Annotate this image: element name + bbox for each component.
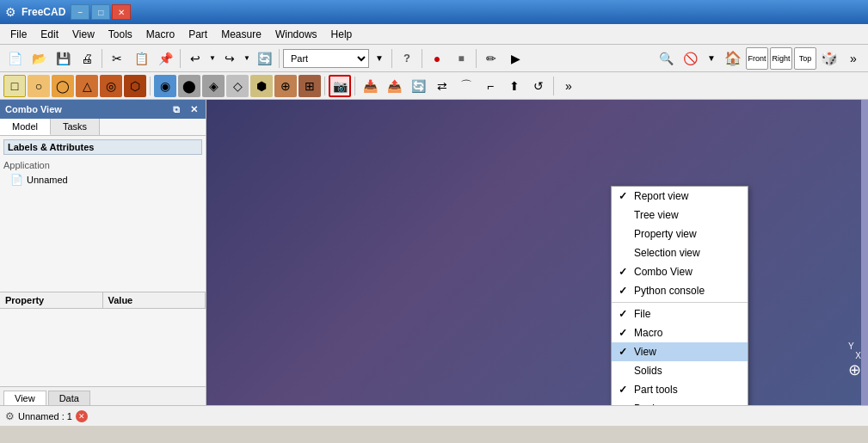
cylinder-tool[interactable]: ○	[28, 75, 50, 97]
sep6	[476, 49, 477, 68]
paste-button[interactable]: 📌	[154, 47, 176, 70]
export-shape[interactable]: 📤	[383, 75, 405, 97]
menu-part[interactable]: Part	[182, 25, 214, 44]
tab-tasks[interactable]: Tasks	[51, 119, 100, 135]
more-button[interactable]: »	[842, 47, 865, 70]
combo-float-btn[interactable]: ⧉	[169, 102, 183, 116]
cm-label-boolean: Boolean	[634, 403, 672, 405]
open-button[interactable]: 📂	[28, 47, 50, 70]
record-button[interactable]: ●	[426, 47, 448, 70]
tree-item-unnamed[interactable]: 📄 Unnamed	[3, 172, 202, 188]
workbench-select[interactable]: Part	[283, 49, 369, 68]
menu-macro[interactable]: Macro	[139, 25, 182, 44]
camera-button[interactable]: 📷	[329, 75, 351, 97]
help-button[interactable]: ?	[396, 47, 418, 70]
cm-file[interactable]: File	[612, 305, 748, 323]
combo-close-btn[interactable]: ✕	[187, 102, 200, 116]
redo-button[interactable]: ↪	[219, 47, 241, 70]
cm-property-view[interactable]: Property view	[612, 225, 748, 243]
status-doc-name: Unnamed : 1	[18, 411, 72, 421]
zoom-fit[interactable]: 🔍	[655, 47, 677, 70]
cm-macro[interactable]: Macro	[612, 323, 748, 342]
refresh-button[interactable]: 🔄	[253, 47, 275, 70]
sep2	[180, 49, 181, 68]
chamfer-shape[interactable]: ⌐	[479, 75, 502, 97]
sphere-tool[interactable]: ◯	[52, 75, 74, 97]
cm-tree-view[interactable]: Tree view	[612, 206, 748, 225]
close-button[interactable]: ✕	[112, 4, 131, 20]
revolve-shape[interactable]: ↺	[527, 75, 550, 97]
cm-combo-view[interactable]: Combo View	[612, 262, 748, 281]
cm-boolean[interactable]: Boolean	[612, 399, 748, 405]
cm-selection-view[interactable]: Selection view	[612, 243, 748, 262]
cm-part-tools[interactable]: Part tools	[612, 380, 748, 399]
cut-button[interactable]: ✂	[106, 47, 128, 70]
box-tool[interactable]: □	[3, 75, 26, 97]
combo-header-btns: ⧉ ✕	[169, 102, 200, 116]
shape7[interactable]: ⊞	[299, 75, 321, 97]
fillet-shape[interactable]: ⌒	[455, 75, 477, 97]
undo-arrow[interactable]: ▼	[208, 47, 217, 70]
view-options[interactable]: 🚫	[679, 47, 701, 70]
menu-edit[interactable]: Edit	[34, 25, 65, 44]
minimize-button[interactable]: −	[71, 4, 89, 20]
menu-tools[interactable]: Tools	[102, 25, 139, 44]
view-arrow[interactable]: ▼	[703, 47, 720, 70]
undo-button[interactable]: ↩	[184, 47, 206, 70]
edit-btn[interactable]: ✏	[480, 47, 502, 70]
toolbar-row-2: □ ○ ◯ △ ◎ ⬡ ◉ ⬤ ◈ ◇ ⬢ ⊕ ⊞ 📷 📥 📤 🔄 ⇄ ⌒ ⌐ …	[0, 72, 868, 100]
tube-tool[interactable]: ⬡	[124, 75, 146, 97]
mirror-shape[interactable]: ⇄	[431, 75, 453, 97]
axis-y: Y	[848, 341, 861, 351]
cm-label-file: File	[634, 308, 650, 320]
cm-solids[interactable]: Solids	[612, 361, 748, 380]
cm-python-console[interactable]: Python console	[612, 281, 748, 300]
maximize-button[interactable]: □	[91, 4, 110, 20]
shape5[interactable]: ⬢	[250, 75, 273, 97]
more-btn2[interactable]: »	[557, 75, 580, 97]
menu-file[interactable]: File	[3, 25, 34, 44]
torus-tool[interactable]: ◎	[100, 75, 122, 97]
view-top[interactable]: Top	[794, 47, 816, 70]
play-btn[interactable]: ▶	[504, 47, 526, 70]
copy-button[interactable]: 📋	[130, 47, 152, 70]
import-shape[interactable]: 📥	[359, 75, 381, 97]
viewport-scrollbar[interactable]	[861, 100, 868, 405]
menu-view[interactable]: View	[65, 25, 102, 44]
cm-report-view[interactable]: Report view	[612, 187, 748, 206]
menu-measure[interactable]: Measure	[214, 25, 268, 44]
cm-label-macro: Macro	[634, 327, 662, 339]
shape2[interactable]: ⬤	[178, 75, 200, 97]
cone-tool[interactable]: △	[76, 75, 98, 97]
property-section: Property Value	[0, 292, 206, 386]
menu-help[interactable]: Help	[324, 25, 360, 44]
tree-item-label: Unnamed	[27, 175, 68, 185]
cm-label-parttools: Part tools	[634, 384, 678, 396]
redo-arrow[interactable]: ▼	[243, 47, 251, 70]
print-button[interactable]: 🖨	[76, 47, 98, 70]
context-menu: Report view Tree view Property view Sele…	[611, 186, 748, 405]
tab-model[interactable]: Model	[0, 119, 51, 135]
view-3d[interactable]: 🎲	[818, 47, 840, 70]
view-home[interactable]: 🏠	[722, 47, 744, 70]
status-close-button[interactable]: ✕	[76, 410, 88, 422]
shape1[interactable]: ◉	[154, 75, 176, 97]
menu-windows[interactable]: Windows	[268, 25, 324, 44]
stop-button[interactable]: ■	[450, 47, 472, 70]
view-front[interactable]: Front	[746, 47, 768, 70]
workbench-arrow[interactable]: ▼	[371, 47, 388, 70]
title-bar: ⚙ FreeCAD − □ ✕	[0, 0, 868, 24]
cm-view[interactable]: View	[612, 342, 748, 361]
shape6[interactable]: ⊕	[274, 75, 297, 97]
view-right[interactable]: Right	[770, 47, 792, 70]
extrude-shape[interactable]: ⬆	[503, 75, 526, 97]
combo-view-header: Combo View ⧉ ✕	[0, 100, 206, 119]
shape3[interactable]: ◈	[202, 75, 225, 97]
save-button[interactable]: 💾	[52, 47, 74, 70]
convert-shape[interactable]: 🔄	[407, 75, 429, 97]
new-button[interactable]: 📄	[3, 47, 26, 70]
btm-tab-data[interactable]: Data	[48, 391, 90, 405]
combo-view-title: Combo View	[5, 104, 62, 114]
shape4[interactable]: ◇	[226, 75, 249, 97]
btm-tab-view[interactable]: View	[3, 391, 46, 405]
